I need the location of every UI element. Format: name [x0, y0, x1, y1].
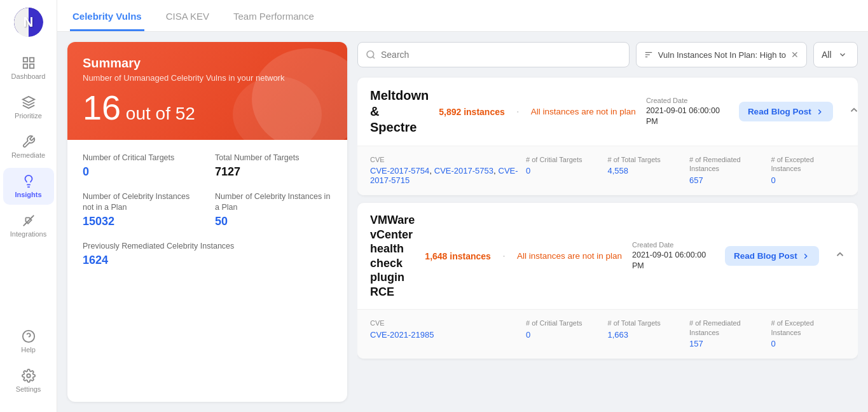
- vuln-meltdown-total-targets: # of Total Targets 4,558: [608, 155, 682, 175]
- summary-count-number: 16: [83, 88, 121, 127]
- vuln-meltdown-instances-link[interactable]: 5,892 instances: [439, 107, 505, 117]
- vuln-meltdown-created-date: Created Date 2021-09-01 06:00:00 PM: [646, 97, 729, 127]
- vmware-total-targets-value[interactable]: 1,663: [608, 330, 629, 340]
- sort-icon: [644, 50, 653, 59]
- stat-instances-in-plan-value[interactable]: 50: [215, 215, 228, 228]
- sidebar-item-insights-label: Insights: [15, 191, 41, 198]
- svg-point-9: [27, 374, 31, 378]
- stat-instances-not-in-plan: Number of Celebrity Instances not in a P…: [83, 191, 200, 228]
- tab-team-performance[interactable]: Team Performance: [231, 3, 317, 31]
- vuln-card-vmware: VMWare vCenter health check plugin RCE 1…: [357, 203, 858, 359]
- all-dropdown[interactable]: All: [813, 42, 858, 67]
- vuln-divider-2: ·: [502, 249, 506, 263]
- sidebar-item-integrations[interactable]: Integrations: [3, 207, 54, 244]
- tab-cisa-kev[interactable]: CISA KEV: [163, 3, 212, 31]
- stat-instances-in-plan-label: Number of Celebrity Instances in a Plan: [215, 191, 332, 212]
- summary-header: Summary Number of Unmanaged Celebrity Vu…: [67, 42, 347, 140]
- sidebar-item-insights[interactable]: Insights: [3, 168, 54, 205]
- grid-icon: [22, 56, 36, 70]
- summary-title: Summary: [83, 56, 332, 71]
- chevron-right-icon-2: [801, 252, 810, 261]
- sidebar-item-settings[interactable]: Settings: [3, 362, 54, 399]
- search-input[interactable]: [381, 50, 621, 60]
- meltdown-critical-targets-value[interactable]: 0: [526, 166, 530, 175]
- vuln-vmware-created-date: Created Date 2021-09-01 06:00:00 PM: [632, 241, 715, 271]
- filter-pill[interactable]: Vuln Instances Not In Plan: High to ✕: [636, 42, 807, 67]
- read-blog-post-button-meltdown[interactable]: Read Blog Post: [739, 102, 833, 121]
- svg-point-10: [367, 51, 374, 58]
- filter-close-icon[interactable]: ✕: [791, 50, 799, 60]
- main-content: Celebrity Vulns CISA KEV Team Performanc…: [57, 0, 868, 412]
- filter-bar: Vuln Instances Not In Plan: High to ✕ Al…: [357, 42, 858, 67]
- vuln-meltdown-cves: CVE CVE-2017-5754, CVE-2017-5753, CVE-20…: [370, 155, 518, 185]
- search-box[interactable]: [357, 42, 630, 67]
- sidebar: N Dashboard Prioritize Remediate Insight…: [0, 0, 57, 412]
- vmware-critical-targets-value[interactable]: 0: [526, 330, 530, 340]
- stat-instances-not-in-plan-value[interactable]: 15032: [83, 215, 114, 228]
- svg-rect-2: [23, 64, 27, 68]
- stat-total-targets: Total Number of Targets 7127: [215, 153, 332, 179]
- tabs-bar: Celebrity Vulns CISA KEV Team Performanc…: [57, 0, 868, 32]
- cve-link-2017-5753[interactable]: CVE-2017-5753: [434, 166, 493, 175]
- summary-out-of: out of 52: [121, 104, 195, 123]
- svg-rect-0: [23, 58, 27, 62]
- vuln-meltdown-details: CVE CVE-2017-5754, CVE-2017-5753, CVE-20…: [357, 146, 858, 195]
- meltdown-excepted-value[interactable]: 0: [771, 175, 776, 185]
- sidebar-bottom: Help Settings: [0, 323, 57, 404]
- stat-previously-remediated-value[interactable]: 1624: [83, 254, 108, 266]
- stat-previously-remediated: Previously Remediated Celebrity Instance…: [83, 241, 332, 267]
- summary-count-display: 16 out of 52: [83, 90, 332, 125]
- vuln-vmware-all-instances-link[interactable]: All instances are not in plan: [517, 251, 622, 261]
- sidebar-item-settings-label: Settings: [16, 385, 41, 393]
- sidebar-item-remediate[interactable]: Remediate: [3, 128, 54, 165]
- stat-instances-not-in-plan-label: Number of Celebrity Instances not in a P…: [83, 191, 200, 212]
- collapse-vmware-button[interactable]: [829, 246, 851, 266]
- all-dropdown-label: All: [822, 50, 832, 60]
- vuln-vmware-critical-targets: # of Critial Targets 0: [526, 319, 600, 339]
- vuln-vmware-cves: CVE CVE-2021-21985: [370, 319, 518, 339]
- sidebar-item-help[interactable]: Help: [3, 323, 54, 360]
- sidebar-item-remediate-label: Remediate: [11, 151, 45, 159]
- sidebar-nav: Dashboard Prioritize Remediate Insights …: [0, 50, 57, 323]
- filter-pill-label: Vuln Instances Not In Plan: High to: [658, 50, 786, 60]
- vuln-vmware-header: VMWare vCenter health check plugin RCE 1…: [357, 203, 858, 309]
- meltdown-remediated-value[interactable]: 657: [689, 175, 703, 185]
- chevron-right-icon: [815, 107, 824, 116]
- content-area: Summary Number of Unmanaged Celebrity Vu…: [57, 32, 868, 412]
- chevron-down-icon: [838, 50, 847, 59]
- cve-link-2021-21985[interactable]: CVE-2021-21985: [370, 330, 434, 340]
- svg-marker-4: [22, 97, 34, 102]
- vuln-meltdown-remediated: # of Remediated Instances 657: [689, 155, 764, 185]
- layers-icon: [22, 95, 36, 109]
- chevron-up-icon-2: [834, 249, 846, 260]
- vmware-excepted-value[interactable]: 0: [771, 339, 776, 348]
- collapse-meltdown-button[interactable]: [843, 102, 858, 121]
- vuln-divider-1: ·: [516, 105, 520, 118]
- vuln-vmware-name: VMWare vCenter health check plugin RCE: [370, 213, 415, 299]
- summary-card: Summary Number of Unmanaged Celebrity Vu…: [67, 42, 347, 402]
- summary-body: Number of Critical Targets 0 Total Numbe…: [67, 140, 347, 280]
- question-icon: [22, 329, 36, 343]
- sidebar-item-prioritize[interactable]: Prioritize: [3, 89, 54, 126]
- search-icon: [366, 50, 376, 60]
- svg-rect-3: [29, 64, 33, 68]
- sidebar-item-dashboard-label: Dashboard: [11, 72, 46, 80]
- cve-link-2017-5754[interactable]: CVE-2017-5754: [370, 166, 429, 175]
- vuln-meltdown-name: Meltdown & Spectre: [370, 88, 429, 135]
- lightbulb-icon: [22, 174, 36, 188]
- svg-line-11: [373, 57, 375, 58]
- vuln-vmware-details: CVE CVE-2021-21985 # of Critial Targets …: [357, 309, 858, 359]
- summary-subtitle: Number of Unmanaged Celebrity Vulns in y…: [83, 73, 332, 83]
- vuln-meltdown-header: Meltdown & Spectre 5,892 instances · All…: [357, 78, 858, 146]
- vuln-vmware-instances-link[interactable]: 1,648 instances: [425, 251, 491, 261]
- vmware-remediated-value[interactable]: 157: [689, 339, 703, 348]
- app-logo[interactable]: N: [14, 8, 43, 37]
- meltdown-total-targets-value[interactable]: 4,558: [608, 166, 629, 175]
- tab-celebrity-vulns[interactable]: Celebrity Vulns: [70, 3, 144, 31]
- sidebar-item-dashboard[interactable]: Dashboard: [3, 50, 54, 86]
- read-blog-post-button-vmware[interactable]: Read Blog Post: [725, 246, 819, 266]
- stat-critical-targets: Number of Critical Targets 0: [83, 153, 200, 179]
- vuln-meltdown-all-instances-link[interactable]: All instances are not in plan: [531, 107, 636, 116]
- vuln-vmware-remediated: # of Remediated Instances 157: [689, 319, 764, 348]
- stat-critical-targets-value[interactable]: 0: [83, 165, 89, 178]
